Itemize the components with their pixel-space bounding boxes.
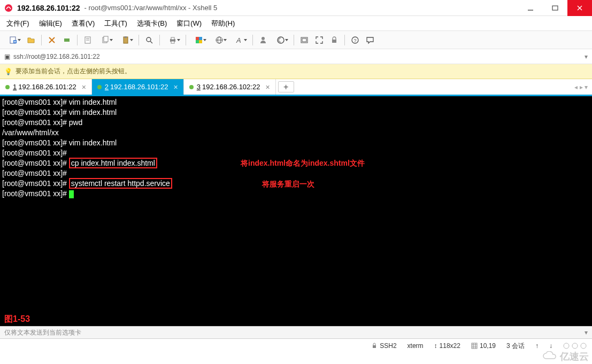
find-icon[interactable] [142, 33, 156, 47]
toolbar-separator [77, 35, 78, 45]
toolbar-separator [41, 35, 42, 45]
font-button[interactable]: A [230, 33, 249, 47]
svg-rect-14 [104, 36, 108, 42]
terminal[interactable]: [root@vms001 xx]# vim index.html[root@vm… [0, 96, 592, 326]
tab-1[interactable]: 1 192.168.26.101:22 × [0, 79, 92, 95]
forum-icon[interactable] [363, 33, 377, 47]
zmodem-icon[interactable] [297, 33, 311, 47]
menu-window[interactable]: 窗口(W) [176, 19, 202, 28]
new-tab-button[interactable]: + [278, 81, 294, 92]
menu-file[interactable]: 文件(F) [6, 19, 29, 28]
lock-icon [371, 343, 378, 349]
copy-button[interactable] [96, 33, 115, 47]
status-dot-icon [189, 85, 194, 89]
tab-close-icon[interactable]: × [174, 83, 178, 91]
menu-view[interactable]: 查看(V) [72, 19, 95, 28]
new-session-button[interactable] [4, 33, 23, 47]
toolbar-separator [344, 35, 345, 45]
svg-rect-37 [373, 345, 376, 348]
terminal-line: [root@vms001 xx]# vim index.html [2, 107, 590, 118]
toolbar-separator [139, 35, 139, 45]
bookmark-icon[interactable]: ▣ [4, 53, 10, 60]
svg-point-43 [564, 343, 569, 348]
status-caps [558, 343, 592, 349]
svg-rect-38 [472, 343, 477, 348]
menu-tabs[interactable]: 选项卡(B) [137, 19, 167, 28]
svg-rect-25 [199, 40, 202, 43]
status-netrx: ↓ [544, 342, 558, 350]
tab-close-icon[interactable]: × [265, 83, 270, 91]
svg-point-0 [5, 4, 12, 12]
tab-index: 2 [105, 83, 109, 91]
svg-rect-16 [125, 36, 127, 38]
address-bar[interactable]: ▣ ssh://root@192.168.26.101:22 ▾ [0, 49, 592, 64]
maximize-button[interactable] [543, 0, 567, 16]
highlighted-command: systemctl restart httpd.service [69, 178, 172, 189]
status-nettx: ↑ [530, 342, 544, 350]
close-button[interactable] [567, 0, 592, 16]
status-term: xterm [402, 342, 429, 350]
toolbar: A ? [0, 31, 592, 49]
annotation-1: 将index.html命名为index.shtml文件 [241, 158, 365, 168]
lock-icon[interactable] [327, 33, 341, 47]
tab-2[interactable]: 2 192.168.26.101:22 × [92, 79, 184, 95]
script-button[interactable] [271, 33, 290, 47]
menu-edit[interactable]: 编辑(E) [39, 19, 62, 28]
resize-icon: ↕ [434, 342, 437, 350]
title-bar: 192.168.26.101:22 - root@vms001:/var/www… [0, 0, 592, 16]
address-dropdown-icon[interactable]: ▾ [585, 53, 588, 60]
status-dot-icon [97, 85, 102, 89]
figure-label: 图1-53 [4, 314, 30, 324]
menu-help[interactable]: 帮助(H) [211, 19, 235, 28]
print-button[interactable] [163, 33, 182, 47]
cap-icon [572, 343, 578, 349]
open-session-icon[interactable] [24, 33, 38, 47]
tab-scroll-arrows[interactable]: ◂ ▸ ▾ [574, 79, 592, 95]
highlighted-command: cp index.html index.shtml [69, 158, 157, 168]
compose-placeholder: 仅将文本发送到当前选项卡 [4, 328, 81, 337]
grid-icon [471, 343, 478, 349]
annotation-2: 将服务重启一次 [262, 179, 314, 189]
minimize-button[interactable] [518, 0, 543, 16]
toolbar-separator [159, 35, 160, 45]
app-logo-icon [4, 4, 13, 12]
terminal-line: [root@vms001 xx]# vim index.html [2, 97, 590, 107]
compose-bar[interactable]: 仅将文本发送到当前选项卡 ▾ [0, 326, 592, 339]
toolbar-separator [294, 35, 294, 45]
status-sessions: 3 会话 [501, 342, 530, 351]
window-title-path: - root@vms001:/var/www/html/xx - Xshell … [84, 4, 218, 12]
color-scheme-button[interactable] [189, 33, 209, 47]
disconnect-icon[interactable] [60, 33, 74, 47]
hint-bar: 💡 要添加当前会话，点击左侧的箭头按钮。 [0, 64, 592, 79]
help-icon[interactable]: ? [348, 33, 362, 47]
properties-icon[interactable] [81, 33, 95, 47]
terminal-line: [root@vms001 xx]# [2, 148, 590, 158]
encoding-button[interactable] [210, 33, 229, 47]
address-url: ssh://root@192.168.26.101:22 [13, 53, 100, 60]
tab-index: 1 [13, 83, 17, 91]
tab-label: 192.168.26.101:22 [110, 83, 168, 91]
reconnect-icon[interactable] [45, 33, 59, 47]
svg-line-18 [150, 41, 152, 43]
hint-text: 要添加当前会话，点击左侧的箭头按钮。 [16, 67, 131, 76]
terminal-line: [root@vms001 xx]# [2, 168, 590, 179]
svg-rect-23 [199, 37, 202, 40]
compose-dropdown-icon[interactable]: ▾ [585, 329, 588, 336]
svg-text:A: A [236, 36, 241, 44]
menu-tools[interactable]: 工具(T) [104, 19, 127, 28]
down-arrow-icon: ↓ [549, 342, 552, 350]
window-title-host: 192.168.26.101:22 [17, 4, 80, 12]
svg-point-45 [581, 343, 586, 348]
tab-label: 192.168.26.102:22 [202, 83, 260, 91]
tab-close-icon[interactable]: × [82, 83, 86, 91]
fullscreen-icon[interactable] [312, 33, 326, 47]
xagent-icon[interactable] [256, 33, 270, 47]
svg-rect-20 [171, 37, 174, 40]
terminal-line: [root@vms001 xx]# pwd [2, 118, 590, 128]
svg-rect-9 [64, 38, 70, 42]
tab-3[interactable]: 3 192.168.26.102:22 × [184, 79, 276, 95]
tab-label: 192.168.26.101:22 [18, 83, 76, 91]
svg-rect-2 [552, 6, 558, 10]
status-cursor: 10,19 [466, 342, 501, 350]
paste-button[interactable] [116, 33, 135, 47]
